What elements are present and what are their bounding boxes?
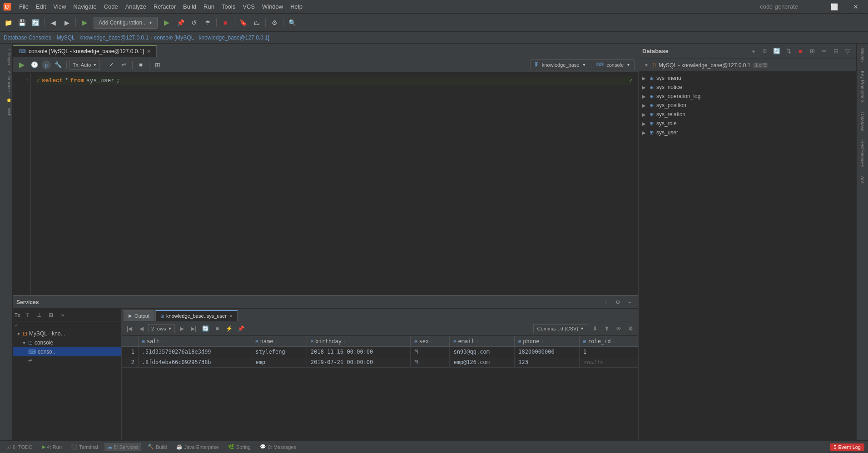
pin-results-button[interactable]: 📌 xyxy=(236,324,246,334)
check-button[interactable]: ✓ xyxy=(106,59,117,70)
project-tab[interactable]: 1: Project xyxy=(0,45,12,68)
refresh-button[interactable]: 🔄 xyxy=(200,324,210,334)
db-connection-item[interactable]: ▼ ⊡ MySQL - knowledge_base@127.0.0.1 1 o… xyxy=(640,60,772,70)
param-button[interactable]: p xyxy=(42,60,51,69)
grid-button[interactable]: ⊞ xyxy=(152,59,163,70)
db-selector[interactable]: 🗄 knowledge_base ▼ | ⌨ console ▼ xyxy=(530,59,635,70)
undo-button[interactable]: ↩ xyxy=(119,59,129,70)
menu-help[interactable]: Help xyxy=(287,2,306,11)
menu-view[interactable]: View xyxy=(50,2,69,11)
todo-status[interactable]: ☑ 6: TODO xyxy=(4,443,35,451)
upload-button[interactable]: ⬆ xyxy=(602,324,612,334)
db-refresh-button[interactable]: 🔄 xyxy=(772,46,782,56)
db-stop-button[interactable]: ■ xyxy=(795,46,805,56)
rest-services-tab[interactable]: RestServices xyxy=(859,136,866,172)
open-folder-button[interactable]: 📁 xyxy=(2,16,15,29)
breadcrumb-db-consoles[interactable]: Database Consoles xyxy=(4,34,51,41)
code-content[interactable]: ✓ select * from sys_user ; ✓ xyxy=(31,73,638,295)
tree-item-console-child[interactable]: ⌨ conso... xyxy=(13,347,121,356)
col-header-salt[interactable]: ⊞salt⇕ xyxy=(138,336,252,347)
results-area[interactable]: ⊞salt⇕ ⊞name⇕ ⊞birthday⇕ ⊞sex⇕ ⊞email⇕ ⊞… xyxy=(122,336,638,440)
menu-run[interactable]: Run xyxy=(200,2,218,11)
spring-status[interactable]: 🌿 Spring xyxy=(225,443,253,451)
services-settings-button[interactable]: ⚙ xyxy=(613,297,623,307)
db-tree-sys-operation-log[interactable]: ▶ ⊞ sys_operation_log xyxy=(639,92,856,101)
stop-query-button[interactable]: ■ xyxy=(135,59,146,70)
forward-button[interactable]: ▶ xyxy=(60,16,73,29)
col-header-birthday[interactable]: ⊞birthday⇕ xyxy=(307,336,411,347)
tree-item-mysql[interactable]: ▼ ⊡ MySQL - kno... xyxy=(13,329,121,338)
code-editor[interactable]: 1 ✓ select * from sys_user ; ✓ xyxy=(13,73,638,295)
services-minimize-button[interactable]: − xyxy=(625,297,635,307)
sync-button[interactable]: 🔄 xyxy=(29,16,42,29)
sort-button[interactable]: ⚡ xyxy=(224,324,234,334)
structure-tab[interactable]: 2: Structure xyxy=(0,68,12,95)
breadcrumb-console[interactable]: console [MySQL - knowledge_base@127.0.0.… xyxy=(154,34,269,41)
db-add-button[interactable]: ＋ xyxy=(748,46,758,56)
settings-button[interactable]: ⚙ xyxy=(268,16,281,29)
database-side-tab[interactable]: Database xyxy=(859,108,866,136)
db-tree-sys-role[interactable]: ▶ ⊞ sys_role xyxy=(639,119,856,128)
tree-item-console-parent[interactable]: ▼ ⊡ console xyxy=(13,338,121,347)
key-promoter-tab[interactable]: Key Promoter X xyxy=(859,66,866,108)
tree-align-bottom[interactable]: ⊥ xyxy=(34,310,44,320)
add-configuration-button[interactable]: Add Configuration... ▼ xyxy=(94,17,158,29)
col-header-num[interactable] xyxy=(122,336,139,347)
run-status[interactable]: ▶ 4: Run xyxy=(39,443,64,451)
play-button[interactable]: ▶ xyxy=(160,16,173,29)
col-header-phone[interactable]: ⊞phone⇕ xyxy=(515,336,580,347)
db-edit-button[interactable]: ✏ xyxy=(819,46,829,56)
build-status[interactable]: 🔨 Build xyxy=(145,443,169,451)
results-tab-close[interactable]: ✕ xyxy=(229,314,233,319)
menu-tools[interactable]: Tools xyxy=(218,2,239,11)
services-add-button[interactable]: ＋ xyxy=(601,297,611,307)
menu-refactor[interactable]: Refactor xyxy=(150,2,179,11)
java-enterprise-status[interactable]: ☕ Java Enterprise xyxy=(174,443,222,451)
editor-tab-console[interactable]: ⌨ console [MySQL - knowledge_base@127.0.… xyxy=(13,45,157,57)
db-tree-sys-user[interactable]: ▶ ⊞ sys_user xyxy=(639,128,856,137)
db-sync-button[interactable]: ⇅ xyxy=(784,46,794,56)
db-tree-sys-notice[interactable]: ▶ ⊞ sys_notice xyxy=(639,83,856,92)
minimize-button[interactable]: − xyxy=(802,0,823,14)
eye-button[interactable]: 👁 xyxy=(614,324,624,334)
db-copy-button[interactable]: ⧉ xyxy=(760,46,770,56)
search-everywhere-button[interactable]: 🔍 xyxy=(286,16,298,29)
nav-next[interactable]: ▶ xyxy=(177,324,187,334)
results-settings-button[interactable]: ⚙ xyxy=(625,324,635,334)
db-filter-button[interactable]: ▽ xyxy=(843,46,853,56)
db-grid-button[interactable]: ⊞ xyxy=(807,46,817,56)
breadcrumb-mysql[interactable]: MySQL - knowledge_base@127.0.0.1 xyxy=(57,34,149,41)
csv-select[interactable]: Comma-...d (CSV) ▼ xyxy=(533,324,588,333)
tree-align-top[interactable]: ⊤ xyxy=(22,310,32,320)
maximize-button[interactable]: ⬜ xyxy=(823,0,844,14)
col-header-email[interactable]: ⊞email⇕ xyxy=(450,336,515,347)
nav-first[interactable]: |◀ xyxy=(124,324,134,334)
web-tab[interactable]: Web xyxy=(0,105,12,119)
menu-navigate[interactable]: Navigate xyxy=(69,2,100,11)
favorites-tab[interactable]: ⭐ xyxy=(0,95,12,105)
coverage-button[interactable]: ☂ xyxy=(201,16,214,29)
menu-edit[interactable]: Edit xyxy=(32,2,50,11)
run-icon[interactable]: ▶ xyxy=(78,16,91,29)
event-log-button[interactable]: 5 Event Log xyxy=(830,443,864,451)
messages-status[interactable]: 💬 0: Messages xyxy=(257,443,299,451)
pin-button[interactable]: 📌 xyxy=(174,16,187,29)
col-header-role-id[interactable]: ⊞role_id⇕ xyxy=(580,336,638,347)
bookmark-button[interactable]: 🔖 xyxy=(237,16,249,29)
rows-select[interactable]: 2 rows ▼ xyxy=(148,324,175,333)
project-structure-button[interactable]: 🗂 xyxy=(250,16,263,29)
stop-button[interactable]: ■ xyxy=(219,16,232,29)
db-tree-sys-relation[interactable]: ▶ ⊞ sys_relation xyxy=(639,110,856,119)
services-status[interactable]: ☁ 8: Services xyxy=(104,443,141,451)
rerun-button[interactable]: ↺ xyxy=(188,16,200,29)
menu-window[interactable]: Window xyxy=(258,2,287,11)
menu-vcs[interactable]: VCS xyxy=(239,2,258,11)
wrench-button[interactable]: 🔧 xyxy=(53,59,64,70)
stop-results-button[interactable]: ■ xyxy=(212,324,222,334)
download-button[interactable]: ⬇ xyxy=(590,324,600,334)
col-header-sex[interactable]: ⊞sex⇕ xyxy=(411,336,450,347)
menu-file[interactable]: File xyxy=(15,2,32,11)
db-tree-sys-position[interactable]: ▶ ⊞ sys_position xyxy=(639,101,856,110)
db-query-button[interactable]: ⊟ xyxy=(831,46,841,56)
results-tab[interactable]: ⊞ knowledge_base..sys_user ✕ xyxy=(155,310,238,321)
